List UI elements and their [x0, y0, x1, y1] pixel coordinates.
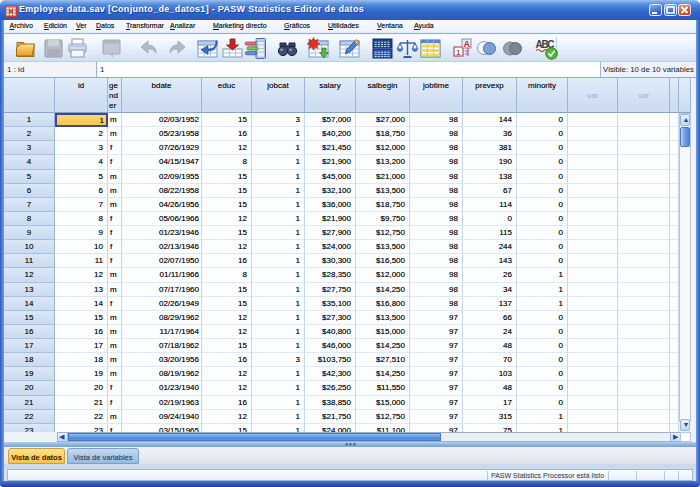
svg-text:A: A: [464, 39, 471, 49]
svg-text:1: 1: [456, 48, 461, 57]
